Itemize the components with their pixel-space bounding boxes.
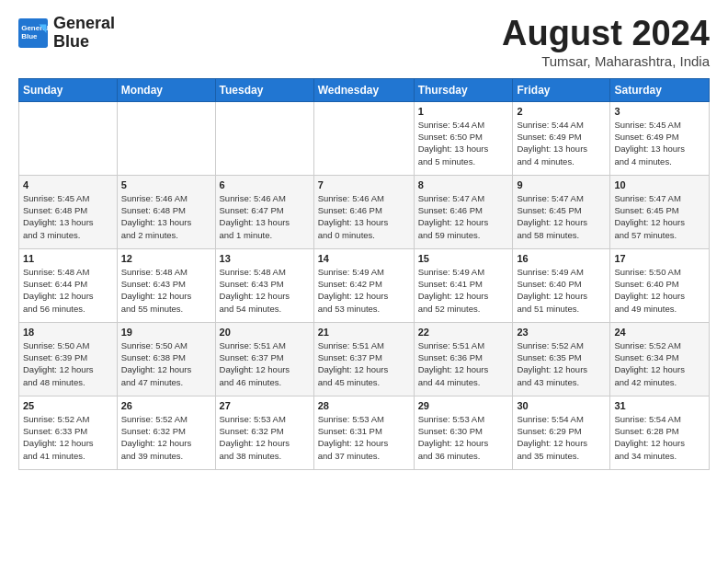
calendar-cell: 27Sunrise: 5:53 AMSunset: 6:32 PMDayligh… [215,396,313,469]
day-number: 2 [517,106,606,117]
calendar-cell: 19Sunrise: 5:50 AMSunset: 6:38 PMDayligh… [117,322,215,396]
day-info: Sunrise: 5:47 AMSunset: 6:46 PMDaylight:… [418,192,509,241]
calendar-cell: 5Sunrise: 5:46 AMSunset: 6:48 PMDaylight… [117,175,215,248]
day-info: Sunrise: 5:52 AMSunset: 6:35 PMDaylight:… [517,339,606,388]
calendar-cell: 13Sunrise: 5:48 AMSunset: 6:43 PMDayligh… [215,248,313,322]
day-info: Sunrise: 5:49 AMSunset: 6:41 PMDaylight:… [418,266,509,315]
calendar-cell: 31Sunrise: 5:54 AMSunset: 6:28 PMDayligh… [610,396,710,469]
month-year: August 2024 [502,15,710,53]
col-header-friday: Friday [513,78,610,101]
day-info: Sunrise: 5:51 AMSunset: 6:37 PMDaylight:… [220,339,310,388]
calendar-week-1: 1Sunrise: 5:44 AMSunset: 6:50 PMDaylight… [19,101,710,175]
calendar-cell: 3Sunrise: 5:45 AMSunset: 6:49 PMDaylight… [610,101,710,175]
logo: General Blue General Blue [18,15,115,52]
day-info: Sunrise: 5:47 AMSunset: 6:45 PMDaylight:… [517,192,606,241]
day-info: Sunrise: 5:45 AMSunset: 6:49 PMDaylight:… [614,119,705,167]
col-header-monday: Monday [117,78,215,101]
day-info: Sunrise: 5:53 AMSunset: 6:30 PMDaylight:… [418,413,509,462]
day-number: 24 [614,327,705,338]
location: Tumsar, Maharashtra, India [502,53,710,69]
col-header-sunday: Sunday [19,78,118,101]
col-header-saturday: Saturday [610,78,710,101]
day-number: 22 [418,327,509,338]
day-number: 7 [318,179,410,190]
calendar-week-2: 4Sunrise: 5:45 AMSunset: 6:48 PMDaylight… [19,175,710,248]
day-number: 25 [23,400,113,411]
calendar-week-5: 25Sunrise: 5:52 AMSunset: 6:33 PMDayligh… [19,396,710,469]
svg-text:Blue: Blue [21,32,38,40]
calendar-cell: 9Sunrise: 5:47 AMSunset: 6:45 PMDaylight… [513,175,610,248]
day-info: Sunrise: 5:44 AMSunset: 6:50 PMDaylight:… [418,119,509,167]
day-info: Sunrise: 5:53 AMSunset: 6:31 PMDaylight:… [318,413,410,462]
day-number: 29 [418,400,509,411]
calendar-cell [215,101,313,175]
logo-line1: General [53,15,115,33]
day-number: 27 [220,400,310,411]
day-number: 19 [121,327,211,338]
col-header-wednesday: Wednesday [313,78,414,101]
day-number: 9 [517,179,606,190]
calendar-cell: 6Sunrise: 5:46 AMSunset: 6:47 PMDaylight… [215,175,313,248]
calendar-cell: 14Sunrise: 5:49 AMSunset: 6:42 PMDayligh… [313,248,414,322]
day-number: 11 [23,253,113,264]
day-number: 8 [418,179,509,190]
logo-text: General Blue [53,15,115,52]
day-number: 6 [220,179,310,190]
col-header-thursday: Thursday [414,78,513,101]
calendar-cell [313,101,414,175]
calendar-cell: 30Sunrise: 5:54 AMSunset: 6:29 PMDayligh… [513,396,610,469]
day-number: 4 [23,179,113,190]
calendar-cell: 2Sunrise: 5:44 AMSunset: 6:49 PMDaylight… [513,101,610,175]
day-info: Sunrise: 5:50 AMSunset: 6:38 PMDaylight:… [121,339,211,388]
day-info: Sunrise: 5:49 AMSunset: 6:42 PMDaylight:… [318,266,410,315]
calendar-cell: 7Sunrise: 5:46 AMSunset: 6:46 PMDaylight… [313,175,414,248]
calendar-cell [117,101,215,175]
day-number: 15 [418,253,509,264]
day-number: 26 [121,400,211,411]
day-info: Sunrise: 5:46 AMSunset: 6:46 PMDaylight:… [318,192,410,241]
day-number: 13 [220,253,310,264]
header: General Blue General Blue August 2024 Tu… [18,15,710,69]
calendar-cell: 26Sunrise: 5:52 AMSunset: 6:32 PMDayligh… [117,396,215,469]
calendar-cell: 8Sunrise: 5:47 AMSunset: 6:46 PMDaylight… [414,175,513,248]
day-number: 17 [614,253,705,264]
logo-icon: General Blue [18,18,48,48]
calendar-cell: 22Sunrise: 5:51 AMSunset: 6:36 PMDayligh… [414,322,513,396]
calendar-cell: 10Sunrise: 5:47 AMSunset: 6:45 PMDayligh… [610,175,710,248]
day-number: 12 [121,253,211,264]
day-info: Sunrise: 5:50 AMSunset: 6:40 PMDaylight:… [614,266,705,315]
day-number: 1 [418,106,509,117]
day-info: Sunrise: 5:53 AMSunset: 6:32 PMDaylight:… [220,413,310,462]
day-info: Sunrise: 5:46 AMSunset: 6:48 PMDaylight:… [121,192,211,241]
calendar-cell: 12Sunrise: 5:48 AMSunset: 6:43 PMDayligh… [117,248,215,322]
calendar-cell: 24Sunrise: 5:52 AMSunset: 6:34 PMDayligh… [610,322,710,396]
day-number: 14 [318,253,410,264]
day-info: Sunrise: 5:52 AMSunset: 6:33 PMDaylight:… [23,413,113,462]
day-info: Sunrise: 5:47 AMSunset: 6:45 PMDaylight:… [614,192,705,241]
calendar-cell: 4Sunrise: 5:45 AMSunset: 6:48 PMDaylight… [19,175,118,248]
day-number: 31 [614,400,705,411]
logo-line2: Blue [53,33,115,52]
day-number: 5 [121,179,211,190]
day-info: Sunrise: 5:48 AMSunset: 6:44 PMDaylight:… [23,266,113,315]
day-number: 23 [517,327,606,338]
day-info: Sunrise: 5:48 AMSunset: 6:43 PMDaylight:… [121,266,211,315]
calendar-cell: 18Sunrise: 5:50 AMSunset: 6:39 PMDayligh… [19,322,118,396]
calendar-cell: 15Sunrise: 5:49 AMSunset: 6:41 PMDayligh… [414,248,513,322]
calendar-cell: 20Sunrise: 5:51 AMSunset: 6:37 PMDayligh… [215,322,313,396]
calendar-cell [19,101,118,175]
day-number: 21 [318,327,410,338]
calendar-header-row: SundayMondayTuesdayWednesdayThursdayFrid… [19,78,710,101]
page: General Blue General Blue August 2024 Tu… [0,0,728,563]
day-number: 28 [318,400,410,411]
day-number: 20 [220,327,310,338]
day-info: Sunrise: 5:45 AMSunset: 6:48 PMDaylight:… [23,192,113,241]
col-header-tuesday: Tuesday [215,78,313,101]
day-info: Sunrise: 5:44 AMSunset: 6:49 PMDaylight:… [517,119,606,167]
calendar-cell: 17Sunrise: 5:50 AMSunset: 6:40 PMDayligh… [610,248,710,322]
calendar-week-3: 11Sunrise: 5:48 AMSunset: 6:44 PMDayligh… [19,248,710,322]
calendar-cell: 1Sunrise: 5:44 AMSunset: 6:50 PMDaylight… [414,101,513,175]
day-info: Sunrise: 5:46 AMSunset: 6:47 PMDaylight:… [220,192,310,241]
day-info: Sunrise: 5:52 AMSunset: 6:34 PMDaylight:… [614,339,705,388]
title-area: August 2024 Tumsar, Maharashtra, India [502,15,710,69]
